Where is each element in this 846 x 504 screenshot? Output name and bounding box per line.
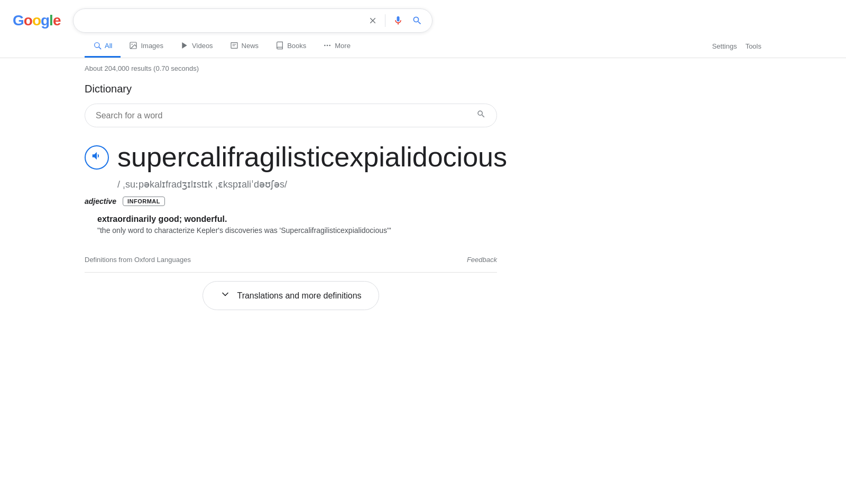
tools-link[interactable]: Tools [746, 42, 761, 50]
translations-button[interactable]: Translations and more definitions [203, 281, 379, 310]
images-tab-icon [129, 41, 137, 50]
results-count: About 204,000 results (0.70 seconds) [85, 58, 550, 83]
tab-videos[interactable]: Videos [172, 35, 222, 58]
books-tab-icon [275, 41, 284, 50]
nav-tabs: All Images Videos News [0, 35, 846, 58]
svg-marker-4 [182, 42, 187, 49]
definition-main: extraordinarily good; wonderful. [97, 214, 497, 224]
dictionary-title: Dictionary [85, 83, 497, 95]
book-icon [275, 41, 284, 50]
dots-icon [323, 41, 332, 50]
google-logo[interactable]: Google [13, 12, 60, 29]
translations-btn-label: Translations and more definitions [237, 291, 361, 301]
search-input[interactable]: Supercalifragilisticexpialidocious meani… [82, 16, 361, 25]
logo-letter-o2: o [32, 12, 41, 29]
phonetic: / ˌsuːpəkalɪfradʒɪlɪstɪk ˌɛkspɪaliˈdəʊʃə… [117, 179, 497, 190]
voice-search-button[interactable] [392, 14, 404, 27]
tab-all[interactable]: All [85, 35, 121, 58]
clear-icon [368, 16, 378, 25]
chevron-down-icon [220, 289, 231, 302]
volume-icon [91, 150, 103, 162]
tab-more-label: More [335, 42, 351, 50]
tab-images-label: Images [141, 42, 163, 50]
section-divider [85, 272, 497, 273]
microphone-icon [393, 15, 403, 26]
settings-link[interactable]: Settings [712, 42, 737, 50]
search-actions [367, 14, 424, 27]
word-meta: adjective INFORMAL [85, 197, 497, 206]
dictionary-search-input[interactable] [96, 111, 470, 120]
nav-settings: Settings Tools [712, 36, 761, 57]
svg-point-10 [329, 45, 331, 46]
all-tab-icon [93, 41, 102, 50]
logo-letter-g2: g [41, 12, 49, 29]
clear-button[interactable] [367, 15, 379, 26]
word-text: supercalifragilisticexpialidocious [117, 142, 507, 172]
tab-more[interactable]: More [315, 35, 359, 58]
svg-line-1 [99, 47, 101, 49]
tab-books[interactable]: Books [267, 35, 315, 58]
feedback-link[interactable]: Feedback [467, 256, 497, 264]
word-header: supercalifragilisticexpialidocious [85, 142, 497, 172]
logo-letter-g: G [13, 12, 24, 29]
part-of-speech: adjective [85, 197, 116, 206]
videos-tab-icon [180, 41, 189, 50]
logo-letter-o1: o [24, 12, 32, 29]
tab-books-label: Books [287, 42, 306, 50]
news-tab-icon [230, 41, 238, 50]
tab-all-label: All [105, 42, 112, 50]
search-icon [412, 15, 422, 26]
search-button[interactable] [411, 14, 424, 27]
oxford-footer: Definitions from Oxford Languages Feedba… [85, 247, 497, 264]
tab-news-label: News [242, 42, 259, 50]
dictionary-search-box [85, 104, 497, 127]
more-tab-icon [323, 41, 332, 50]
image-icon [129, 41, 137, 50]
main-content: About 204,000 results (0.70 seconds) Dic… [0, 58, 635, 310]
divider [385, 14, 385, 27]
definition-example: "the only word to characterize Kepler's … [97, 226, 497, 235]
logo-letter-l: l [49, 12, 53, 29]
word-entry: supercalifragilisticexpialidocious / ˌsu… [85, 142, 497, 235]
svg-point-8 [324, 45, 326, 46]
definition-block: extraordinarily good; wonderful. "the on… [97, 214, 497, 235]
oxford-source: Definitions from Oxford Languages [85, 256, 191, 264]
svg-point-3 [132, 44, 133, 45]
video-icon [180, 41, 189, 50]
logo-letter-e: e [53, 12, 61, 29]
speaker-icon [91, 150, 103, 164]
newspaper-icon [230, 41, 238, 50]
svg-rect-5 [231, 43, 237, 49]
register-badge: INFORMAL [123, 197, 165, 206]
header: Google Supercalifragilisticexpialidociou… [0, 0, 846, 33]
svg-point-9 [327, 45, 328, 46]
dictionary-section: Dictionary supercal [85, 83, 497, 310]
search-nav-icon [93, 41, 102, 50]
audio-button[interactable] [85, 145, 109, 170]
dictionary-search-icon [476, 109, 486, 122]
tab-news[interactable]: News [222, 35, 268, 58]
search-bar: Supercalifragilisticexpialidocious meani… [73, 8, 433, 33]
tab-images[interactable]: Images [121, 35, 172, 58]
tab-videos-label: Videos [192, 42, 213, 50]
